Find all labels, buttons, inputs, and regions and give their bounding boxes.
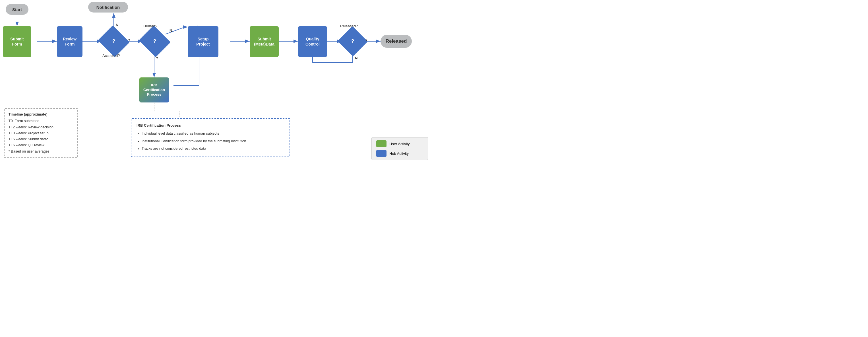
review-form-node: Review Form (57, 26, 83, 57)
timeline-box: Timeline (approximate) T0: Form submitte… (4, 108, 78, 158)
label-n2: N (169, 28, 172, 33)
timeline-item-0: T0: Form submitted (8, 118, 73, 124)
legend-label-hub: Hub Activity (389, 151, 409, 156)
legend-box: User Activity Hub Activity (371, 137, 428, 160)
legend-swatch-blue (376, 150, 386, 157)
start-node: Start (6, 4, 28, 15)
legend-label-user: User Activity (389, 142, 410, 146)
legend-item-hub: Hub Activity (376, 150, 424, 157)
timeline-item-4: T+6 weeks: QC review (8, 142, 73, 148)
irb-desc-item-2: Tracks are not considered restricted dat… (142, 145, 284, 152)
irb-desc-item-1: Institutional Certification form provide… (142, 138, 284, 145)
submit-meta-node: Submit (Meta)Data (250, 26, 279, 57)
timeline-item-3: T+5 weeks: Submit data* (8, 136, 73, 142)
irb-desc-list: Individual level data classified as huma… (136, 130, 284, 152)
irb-desc-title: IRB Certification Process (136, 122, 284, 129)
label-accepted: Accepted? (102, 54, 120, 58)
irb-cert-node: IRB Certification Process (140, 78, 169, 103)
timeline-title: Timeline (approximate) (8, 112, 73, 117)
legend-swatch-green (376, 140, 386, 147)
label-human: Human? (143, 24, 157, 28)
diamond-released: ? (342, 31, 364, 52)
quality-control-node: Quality Control (298, 26, 327, 57)
label-y1: Y (128, 38, 130, 42)
label-n3: N (355, 56, 358, 60)
legend-item-user: User Activity (376, 140, 424, 147)
diamond-human: ? (143, 31, 167, 52)
timeline-item-2: T+3 weeks: Project setup (8, 130, 73, 136)
released-node: Released (380, 35, 412, 48)
label-y2: Y (156, 56, 158, 60)
notification-node: Notification (88, 2, 128, 12)
svg-line-7 (165, 27, 185, 34)
diagram-container: Start Submit Form Review Form ? Notifica… (0, 0, 434, 169)
label-released-q: Released? (340, 24, 358, 28)
setup-project-node: Setup Project (188, 26, 218, 57)
timeline-item-5: * Based on user averages (8, 148, 73, 155)
label-n1: N (116, 23, 118, 27)
submit-form-node: Submit Form (3, 26, 31, 57)
timeline-item-1: T+2 weeks: Review decision (8, 124, 73, 130)
irb-desc-item-0: Individual level data classified as huma… (142, 130, 284, 137)
diamond-accepted: ? (102, 31, 126, 52)
label-y3: Y (365, 38, 368, 42)
irb-description-box: IRB Certification Process Individual lev… (131, 118, 290, 157)
